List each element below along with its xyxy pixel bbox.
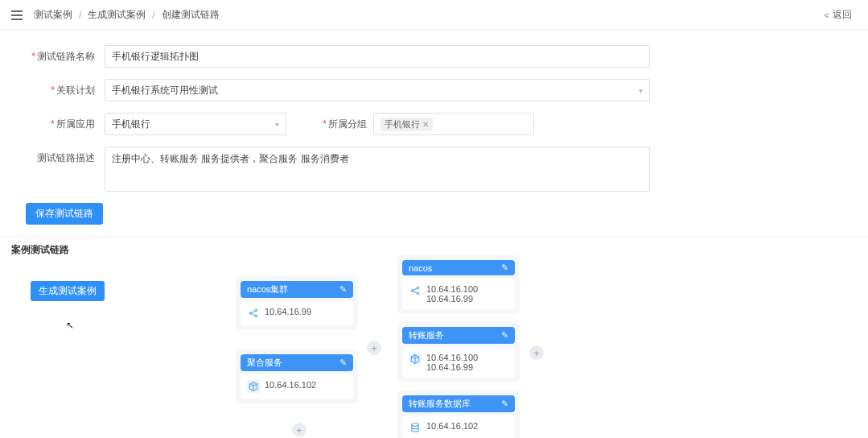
label-plan: *关联计划 [24,84,95,97]
edit-icon[interactable]: ✎ [501,330,508,341]
back-button[interactable]: < 返回 [820,6,857,23]
group-tag[interactable]: 手机银行✕ [381,118,433,131]
svg-point-5 [417,292,418,294]
share-icon [409,284,422,297]
database-icon [409,421,422,434]
svg-point-6 [412,424,418,427]
svg-point-1 [255,309,257,311]
page-header: 测试案例 / 生成测试案例 / 创建测试链路 < 返回 [0,0,868,31]
node-nacos-cluster[interactable]: nacos集群✎ 10.64.16.99 [236,276,358,330]
svg-point-3 [411,290,413,291]
svg-point-0 [249,312,251,314]
node-ips: 10.64.16.10010.64.16.99 [426,284,478,304]
crumb-sep: / [152,10,154,21]
edit-icon[interactable]: ✎ [501,262,508,273]
chevron-down-icon: ▾ [639,86,643,95]
label-desc: 测试链路描述 [24,147,95,165]
form-card: *测试链路名称 手机银行逻辑拓扑图 *关联计划 手机银行系统可用性测试▾ *所属… [24,45,857,225]
add-connector-button[interactable]: + [292,423,306,437]
add-connector-button[interactable]: + [367,341,381,355]
crumb-3: 创建测试链路 [162,8,220,22]
node-column-2: nacos✎ 10.64.16.10010.64.16.99 转账服务✎ 10.… [397,262,520,438]
node-ips: 10.64.16.10010.64.16.99 [426,353,478,372]
node-ip: 10.64.16.102 [265,380,316,390]
menu-toggle-icon[interactable] [11,10,23,20]
label-name: *测试链路名称 [24,50,95,64]
crumb-sep: / [79,10,81,21]
chevron-left-icon: < [825,10,829,20]
node-nacos[interactable]: nacos✎ 10.64.16.10010.64.16.99 [397,255,520,314]
chevron-down-icon: ▾ [275,120,279,129]
crumb-1[interactable]: 测试案例 [34,8,72,22]
cube-icon [409,353,422,366]
crumb-2[interactable]: 生成测试案例 [88,8,146,22]
node-transfer-service[interactable]: 转账服务✎ 10.64.16.10010.64.16.99 [397,322,520,382]
canvas-area: 生成测试案例 ↖ nacos集群✎ 10.64.16.99 聚合服务✎ 10.6… [0,262,868,438]
node-aggregate-service[interactable]: 聚合服务✎ 10.64.16.102 [236,349,358,403]
share-icon [247,307,260,320]
breadcrumb: 测试案例 / 生成测试案例 / 创建测试链路 [11,8,220,22]
select-app[interactable]: 手机银行▾ [105,113,286,135]
node-title: 转账服务 [409,329,444,341]
textarea-desc[interactable]: 注册中心、转账服务 服务提供者，聚合服务 服务消费者 [105,147,650,192]
add-connector-button[interactable]: + [529,345,544,360]
node-ip: 10.64.16.99 [265,307,311,316]
node-title: 转账服务数据库 [409,398,471,410]
edit-icon[interactable]: ✎ [339,284,347,295]
cube-icon [247,380,260,393]
node-title: 聚合服务 [247,357,282,369]
node-transfer-db[interactable]: 转账服务数据库✎ 10.64.16.102 ▾ [397,390,520,438]
label-group: *所属分组 [309,118,367,131]
node-column-1: nacos集群✎ 10.64.16.99 聚合服务✎ 10.64.16.102 [236,262,358,411]
cursor-icon: ↖ [66,320,74,331]
edit-icon[interactable]: ✎ [339,357,347,368]
generate-button[interactable]: 生成测试案例 [31,281,105,301]
edit-icon[interactable]: ✎ [501,399,508,409]
select-group[interactable]: 手机银行✕ [373,113,534,135]
back-label: 返回 [833,8,852,22]
node-ip: 10.64.16.102 [426,421,478,431]
node-title: nacos集群 [247,283,288,295]
node-title: nacos [409,263,432,273]
svg-point-2 [255,315,257,316]
input-name[interactable]: 手机银行逻辑拓扑图 [105,45,650,68]
save-button[interactable]: 保存测试链路 [26,203,103,225]
close-icon[interactable]: ✕ [422,120,429,129]
svg-point-4 [417,287,418,288]
select-plan[interactable]: 手机银行系统可用性测试▾ [105,79,650,101]
label-app: *所属应用 [24,118,95,131]
